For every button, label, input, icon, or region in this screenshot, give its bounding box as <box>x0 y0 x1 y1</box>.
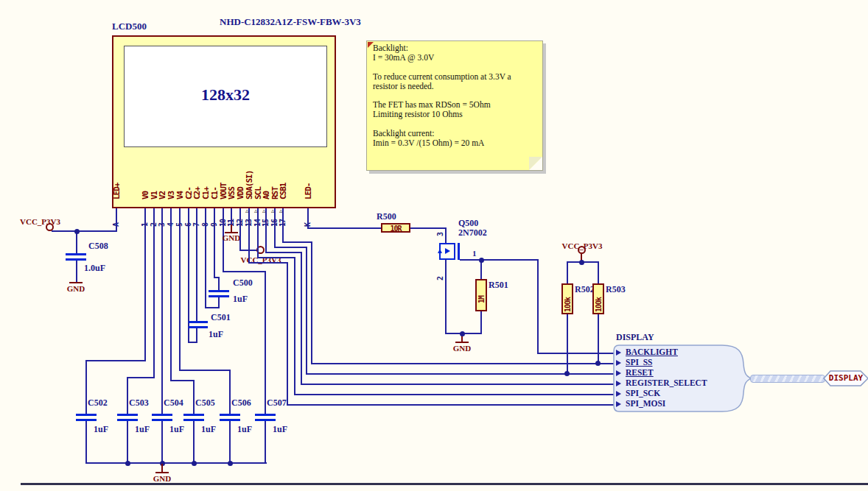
capacitor-plate[interactable] <box>220 414 240 416</box>
wire-segment[interactable] <box>205 307 220 308</box>
wire-segment[interactable] <box>265 252 302 253</box>
wire-segment[interactable] <box>214 208 215 278</box>
gnd-bar[interactable] <box>455 342 469 343</box>
wire-segment[interactable] <box>282 208 284 243</box>
harness-entry-spi-sck[interactable]: SPI_SCK <box>626 389 660 398</box>
wire-segment[interactable] <box>248 262 288 264</box>
wire-segment[interactable] <box>301 384 618 385</box>
wire-segment[interactable] <box>311 241 312 364</box>
r501-value[interactable]: 1M <box>477 296 486 303</box>
wire-segment[interactable] <box>193 421 195 464</box>
c500-designator[interactable]: C500 <box>233 278 253 289</box>
r502-designator[interactable]: R502 <box>575 284 595 295</box>
c508-designator[interactable]: C508 <box>88 241 108 252</box>
wire-segment[interactable] <box>307 227 381 229</box>
wire-segment[interactable] <box>445 259 447 333</box>
wire-segment[interactable] <box>460 259 539 261</box>
wire-segment[interactable] <box>294 257 295 395</box>
wire-segment[interactable] <box>480 311 482 334</box>
wire-segment[interactable] <box>239 208 241 251</box>
c505-designator[interactable]: C505 <box>195 398 215 409</box>
c505-value[interactable]: 1uF <box>201 424 216 435</box>
wire-segment[interactable] <box>306 247 307 375</box>
lcd-designator[interactable]: LCD500 <box>112 21 147 32</box>
wire-segment[interactable] <box>85 462 267 464</box>
gnd-label[interactable]: GND <box>63 284 89 293</box>
harness-cable[interactable] <box>750 375 825 383</box>
vcc-label[interactable]: VCC_P3V3 <box>555 241 609 250</box>
display-port-label[interactable]: DISPLAY <box>828 373 864 383</box>
capacitor-plate[interactable] <box>189 321 208 323</box>
wire-segment[interactable] <box>301 252 302 385</box>
gnd-bar[interactable] <box>69 282 83 283</box>
wire-segment[interactable] <box>179 370 231 371</box>
capacitor-plate[interactable] <box>152 414 172 416</box>
wire-segment[interactable] <box>294 394 618 395</box>
wire-segment[interactable] <box>218 277 220 290</box>
wire-segment[interactable] <box>161 421 163 464</box>
r503-value[interactable]: 100k <box>595 297 603 312</box>
wire-segment[interactable] <box>85 421 87 464</box>
wire-segment[interactable] <box>445 227 447 244</box>
c506-value[interactable]: 1uF <box>237 424 252 435</box>
q500-part[interactable]: 2N7002 <box>458 227 487 239</box>
wire-segment[interactable] <box>265 271 266 414</box>
capacitor-plate[interactable] <box>183 414 204 416</box>
wire-segment[interactable] <box>229 370 231 414</box>
gnd-label[interactable]: GND <box>449 344 475 353</box>
harness-entry-reset[interactable]: RESET <box>626 368 654 377</box>
wire-segment[interactable] <box>127 377 155 378</box>
r500-value[interactable]: 10R <box>381 225 410 233</box>
wire-segment[interactable] <box>161 464 163 472</box>
vcc-label[interactable]: VCC_P3V3 <box>20 217 60 226</box>
wire-segment[interactable] <box>598 314 599 364</box>
harness-title[interactable]: DISPLAY <box>616 332 654 343</box>
capacitor-plate[interactable] <box>189 326 208 328</box>
wire-segment[interactable] <box>231 208 232 226</box>
wire-segment[interactable] <box>170 208 172 381</box>
wire-segment[interactable] <box>287 404 618 406</box>
capacitor-plate[interactable] <box>76 414 97 416</box>
capacitor-plate[interactable] <box>209 290 229 292</box>
wire-segment[interactable] <box>567 263 568 283</box>
r503-designator[interactable]: R503 <box>606 284 626 295</box>
r502-value[interactable]: 100k <box>564 297 572 312</box>
wire-segment[interactable] <box>196 328 197 343</box>
wire-segment[interactable] <box>282 241 312 243</box>
wire-segment[interactable] <box>193 380 195 414</box>
harness-entry-backlight[interactable]: BACKLIGHT <box>626 347 678 356</box>
harness-entry-register-select[interactable]: REGISTER_SELECT <box>626 378 707 387</box>
capacitor-plate[interactable] <box>117 414 138 416</box>
wire-segment[interactable] <box>567 314 568 374</box>
c504-designator[interactable]: C504 <box>164 398 183 409</box>
wire-segment[interactable] <box>287 262 288 406</box>
c500-value[interactable]: 1uF <box>233 294 248 305</box>
wire-segment[interactable] <box>85 360 146 361</box>
c502-designator[interactable]: C502 <box>88 398 108 409</box>
wire-segment[interactable] <box>196 208 197 321</box>
wire-segment[interactable] <box>144 208 146 361</box>
wire-segment[interactable] <box>307 208 309 229</box>
wire-segment[interactable] <box>52 230 116 232</box>
wire-segment[interactable] <box>153 208 155 378</box>
wire-segment[interactable] <box>257 257 295 258</box>
capacitor-plate[interactable] <box>66 258 86 261</box>
r501-designator[interactable]: R501 <box>489 280 508 291</box>
wire-segment[interactable] <box>127 377 128 414</box>
gnd-label[interactable]: GND <box>149 474 175 483</box>
lcd-part-number[interactable]: NHD-C12832A1Z-FSW-FBW-3V3 <box>220 16 361 28</box>
wire-segment[interactable] <box>265 421 266 464</box>
wire-segment[interactable] <box>265 208 267 253</box>
wire-segment[interactable] <box>179 208 181 371</box>
gnd-bar[interactable] <box>155 472 169 473</box>
wire-segment[interactable] <box>229 421 231 464</box>
wire-segment[interactable] <box>127 421 128 464</box>
wire-segment[interactable] <box>170 380 195 381</box>
c503-value[interactable]: 1uF <box>135 424 150 435</box>
c501-designator[interactable]: C501 <box>211 312 231 323</box>
wire-segment[interactable] <box>598 263 599 283</box>
c504-value[interactable]: 1uF <box>169 424 184 435</box>
c507-value[interactable]: 1uF <box>273 424 287 435</box>
c507-designator[interactable]: C507 <box>267 398 287 409</box>
wire-segment[interactable] <box>248 208 250 264</box>
